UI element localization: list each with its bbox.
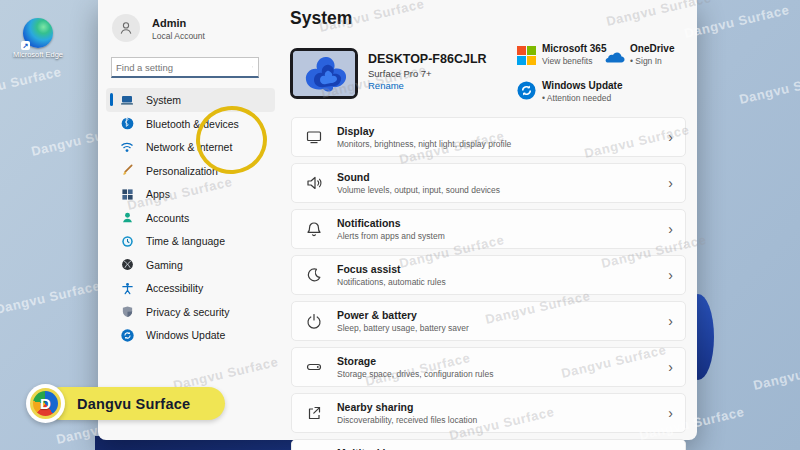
row-title: Power & battery: [337, 309, 668, 321]
row-title: Display: [337, 125, 668, 137]
brand-badge-pill: Dangvu Surface: [45, 387, 225, 420]
chevron-right-icon: ›: [668, 268, 673, 282]
chevron-right-icon: ›: [668, 176, 673, 190]
brush-icon: [120, 164, 134, 178]
status-microsoft-365[interactable]: Microsoft 365 View benefits: [542, 43, 606, 66]
sidebar-item-label: System: [146, 94, 181, 106]
user-account-type: Local Account: [152, 31, 205, 41]
status-title: OneDrive: [630, 43, 674, 54]
device-wallpaper-image: [293, 51, 355, 96]
sidebar-item-gaming[interactable]: Gaming: [98, 253, 283, 277]
settings-row-power-battery[interactable]: Power & batterySleep, battery usage, bat…: [291, 301, 686, 341]
search-box[interactable]: [111, 57, 259, 78]
selection-accent-bar: [110, 93, 113, 106]
status-title: Windows Update: [542, 80, 622, 91]
shortcut-arrow-icon: ↗: [21, 41, 30, 50]
settings-row-display[interactable]: DisplayMonitors, brightness, night light…: [291, 117, 686, 157]
settings-row-multitasking[interactable]: MultitaskingSnap windows, desktops, task…: [291, 439, 686, 450]
watermark: Dangvu Surface: [683, 2, 791, 41]
chevron-right-icon: ›: [668, 360, 673, 374]
page-title: System: [290, 8, 352, 29]
row-subtitle: Storage space, drives, configuration rul…: [337, 369, 668, 379]
row-subtitle: Sleep, battery usage, battery saver: [337, 323, 668, 333]
sidebar-item-label: Personalization: [146, 165, 218, 177]
sidebar-item-label: Gaming: [146, 259, 183, 271]
system-icon: [120, 93, 134, 107]
status-title: Microsoft 365: [542, 43, 606, 54]
brand-logo-letter: D: [40, 395, 51, 412]
status-subtitle: View benefits: [542, 56, 606, 66]
share-icon: [305, 404, 323, 422]
sidebar-item-label: Accounts: [146, 212, 189, 224]
sidebar-item-label: Windows Update: [146, 329, 225, 341]
search-input[interactable]: [112, 62, 252, 73]
xbox-icon: [120, 258, 134, 272]
windows-update-status-icon: [517, 81, 536, 104]
row-subtitle: Monitors, brightness, night light, displ…: [337, 139, 668, 149]
screen: Dangvu Surface Dangvu Surface Dangvu Sur…: [0, 0, 800, 450]
desktop-shortcut-edge[interactable]: ↗ Microsoft Edge: [10, 18, 66, 60]
apps-grid-icon: [120, 187, 134, 201]
row-subtitle: Alerts from apps and system: [337, 231, 668, 241]
microsoft-365-icon: [517, 46, 536, 65]
rename-link[interactable]: Rename: [368, 80, 404, 91]
status-subtitle: • Sign In: [630, 56, 674, 66]
settings-row-nearby-sharing[interactable]: Nearby sharingDiscoverability, received …: [291, 393, 686, 433]
sidebar-item-time-language[interactable]: Time & language: [98, 230, 283, 254]
sidebar-item-apps[interactable]: Apps: [98, 183, 283, 207]
row-title: Nearby sharing: [337, 401, 668, 413]
person-icon: [118, 20, 134, 36]
sidebar-item-accounts[interactable]: Accounts: [98, 206, 283, 230]
user-name: Admin: [152, 17, 186, 29]
sidebar-item-label: Accessibility: [146, 282, 203, 294]
row-title: Sound: [337, 171, 668, 183]
device-thumbnail: [290, 48, 358, 99]
row-subtitle: Notifications, automatic rules: [337, 277, 668, 287]
shortcut-label: Microsoft Edge: [10, 51, 66, 60]
avatar[interactable]: [112, 14, 140, 42]
wifi-icon: [120, 140, 134, 154]
search-icon: [252, 62, 253, 72]
chevron-right-icon: ›: [668, 222, 673, 236]
bluetooth-icon: [120, 117, 134, 131]
bell-icon: [305, 220, 323, 238]
sidebar-item-label: Privacy & security: [146, 306, 229, 318]
clock-icon: [120, 234, 134, 248]
brand-badge-label: Dangvu Surface: [77, 396, 190, 412]
sound-icon: [305, 174, 323, 192]
edge-icon: ↗: [23, 18, 53, 48]
row-title: Storage: [337, 355, 668, 367]
shield-icon: [120, 305, 134, 319]
status-subtitle: • Attention needed: [542, 93, 622, 103]
chevron-right-icon: ›: [668, 406, 673, 420]
sidebar-item-accessibility[interactable]: Accessibility: [98, 277, 283, 301]
device-name: DESKTOP-F86CJLR: [368, 52, 487, 66]
display-icon: [305, 128, 323, 146]
sidebar-item-label: Time & language: [146, 235, 225, 247]
row-subtitle: Discoverability, received files location: [337, 415, 668, 425]
status-onedrive[interactable]: OneDrive • Sign In: [630, 43, 674, 66]
sidebar-item-windows-update[interactable]: Windows Update: [98, 324, 283, 348]
sidebar-item-label: Apps: [146, 188, 170, 200]
chevron-right-icon: ›: [668, 314, 673, 328]
settings-window: Admin Local Account System Bluetooth: [98, 0, 697, 440]
accounts-icon: [120, 211, 134, 225]
sidebar-item-system[interactable]: System: [106, 88, 275, 112]
device-model: Surface Pro 7+: [368, 68, 432, 79]
settings-row-sound[interactable]: SoundVolume levels, output, input, sound…: [291, 163, 686, 203]
settings-row-storage[interactable]: StorageStorage space, drives, configurat…: [291, 347, 686, 387]
update-icon: [120, 328, 134, 342]
moon-icon: [305, 266, 323, 284]
settings-row-focus-assist[interactable]: Focus assistNotifications, automatic rul…: [291, 255, 686, 295]
sidebar-item-privacy-security[interactable]: Privacy & security: [98, 300, 283, 324]
row-title: Focus assist: [337, 263, 668, 275]
watermark: Dangvu Surface: [752, 354, 800, 393]
row-subtitle: Volume levels, output, input, sound devi…: [337, 185, 668, 195]
power-icon: [305, 312, 323, 330]
watermark: Dangvu Surface: [738, 68, 800, 107]
onedrive-icon: [605, 49, 625, 67]
watermark: Dangvu Surface: [0, 278, 102, 317]
settings-row-notifications[interactable]: NotificationsAlerts from apps and system…: [291, 209, 686, 249]
status-windows-update[interactable]: Windows Update • Attention needed: [542, 80, 622, 103]
accessibility-icon: [120, 281, 134, 295]
